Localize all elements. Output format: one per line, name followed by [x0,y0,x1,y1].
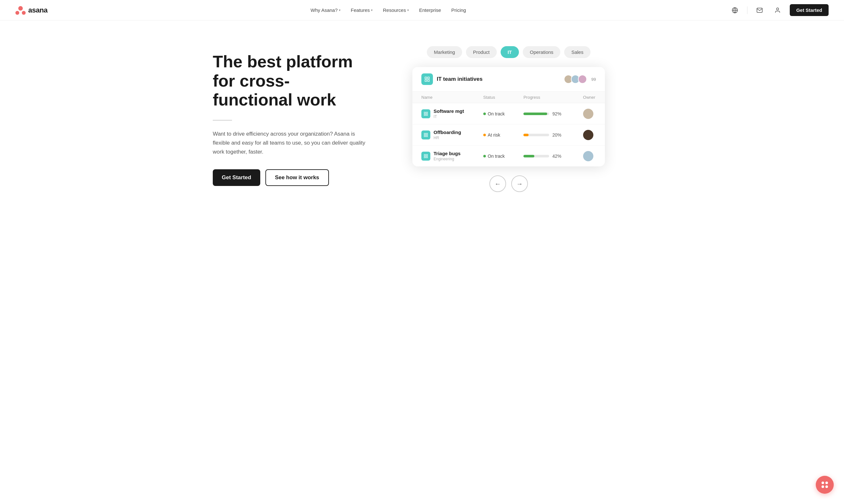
avatar [578,75,587,84]
card-icon [421,73,433,85]
status-badge: On track [483,111,505,116]
cell-owner [574,103,605,124]
svg-rect-18 [424,154,426,156]
cell-owner [574,146,605,167]
svg-rect-20 [424,157,426,158]
hero-divider [213,120,232,121]
cell-progress: 20% [514,124,574,146]
nav-enterprise[interactable]: Enterprise [419,7,441,13]
chevron-down-icon: ▾ [339,8,341,12]
status-dot [483,134,486,136]
svg-rect-8 [425,80,427,82]
next-button[interactable]: → [511,175,528,192]
col-owner: Owner [574,92,605,103]
table-body: Software mgt IT On track 92% [412,103,605,167]
status-badge: At risk [483,132,505,138]
hero-description: Want to drive efficiency across your org… [213,129,367,157]
cell-status: At risk [474,124,514,146]
tab-operations[interactable]: Operations [523,46,560,58]
category-tabs: Marketing Product IT Operations Sales [427,46,590,58]
get-started-button[interactable]: Get Started [213,169,260,186]
svg-point-1 [15,11,19,15]
cell-name: Offboarding HR [412,124,474,146]
status-label: On track [488,154,505,159]
svg-rect-13 [426,114,428,115]
svg-rect-15 [426,133,428,134]
svg-rect-21 [426,157,428,158]
cell-status: On track [474,146,514,167]
svg-rect-10 [424,112,426,113]
tab-it[interactable]: IT [501,46,519,58]
tab-product[interactable]: Product [466,46,497,58]
logo[interactable]: asana [15,6,48,15]
svg-rect-19 [426,154,428,156]
hero-right: Marketing Product IT Operations Sales IT… [386,46,631,192]
cell-name: Software mgt IT [412,103,474,124]
progress-cell: 42% [523,154,565,159]
status-dot [483,112,486,115]
progress-bar [523,112,549,115]
owner-avatar [583,151,593,161]
svg-rect-12 [424,114,426,115]
owner-avatar [583,109,593,119]
hero-title: The best platform for cross-functional w… [213,52,367,110]
tab-sales[interactable]: Sales [564,46,590,58]
task-table: Name Status Progress Owner Softwar [412,92,605,166]
row-name: Triage bugs [433,151,461,156]
svg-rect-11 [426,112,428,113]
chevron-down-icon: ▾ [407,8,409,12]
nav-features[interactable]: Features ▾ [351,7,373,13]
dashboard-card: IT team initiatives 99 Name Status [412,67,605,166]
svg-rect-14 [424,133,426,134]
logo-text: asana [28,6,48,14]
table-row: Software mgt IT On track 92% [412,103,605,124]
card-header-right: 99 [564,75,596,84]
mail-icon[interactable] [754,4,765,16]
nav-resources[interactable]: Resources ▾ [383,7,409,13]
progress-fill [523,112,547,115]
nav-pricing[interactable]: Pricing [451,7,466,13]
svg-point-2 [22,11,26,15]
row-sub: Engineering [433,157,461,161]
hero-left: The best platform for cross-functional w… [213,52,367,186]
navbar: asana Why Asana? ▾ Features ▾ Resources … [0,0,844,20]
progress-bar [523,134,549,136]
card-title: IT team initiatives [437,76,483,83]
row-name: Software mgt [433,108,464,114]
row-icon [421,109,430,118]
svg-point-0 [18,6,23,11]
row-sub: IT [433,114,464,119]
card-navigation: ← → [489,175,528,192]
col-status: Status [474,92,514,103]
cell-status: On track [474,103,514,124]
status-dot [483,155,486,158]
status-badge: On track [483,154,505,159]
row-name: Offboarding [433,129,461,135]
svg-rect-16 [424,135,426,137]
avatar-group [564,75,587,84]
cell-name: Triage bugs Engineering [412,146,474,167]
nav-get-started-button[interactable]: Get Started [790,4,829,16]
progress-label: 42% [552,154,564,159]
svg-rect-7 [428,77,429,78]
status-label: On track [488,111,505,116]
prev-button[interactable]: ← [489,175,506,192]
user-icon[interactable] [772,4,783,16]
nav-why-asana[interactable]: Why Asana? ▾ [311,7,341,13]
cell-progress: 92% [514,103,574,124]
tab-marketing[interactable]: Marketing [427,46,462,58]
progress-fill [523,155,534,158]
col-progress: Progress [514,92,574,103]
row-icon [421,152,430,161]
globe-icon[interactable] [729,4,741,16]
nav-right: Get Started [729,4,829,16]
cell-progress: 42% [514,146,574,167]
cell-owner [574,124,605,146]
see-how-it-works-button[interactable]: See how it works [265,169,329,186]
avatar-count: 99 [591,77,596,82]
nav-links: Why Asana? ▾ Features ▾ Resources ▾ Ente… [311,7,466,13]
svg-rect-17 [426,135,428,137]
table-row: Triage bugs Engineering On track 42% [412,146,605,167]
table-header-row: Name Status Progress Owner [412,92,605,103]
card-header-left: IT team initiatives [421,73,483,85]
